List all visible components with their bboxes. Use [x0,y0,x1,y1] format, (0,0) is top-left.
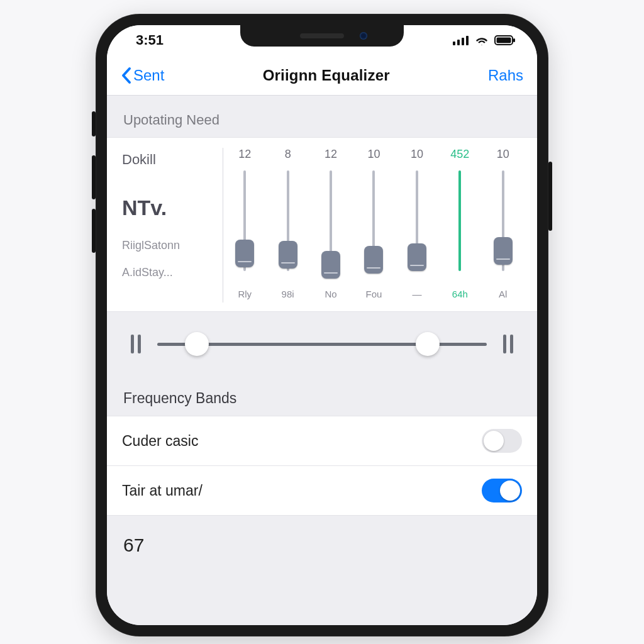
eq-band-slider[interactable] [352,164,395,284]
eq-label-nt: NTv. [122,196,216,220]
range-thumb-right[interactable] [416,332,440,356]
setting-label: Cuder casic [122,433,198,450]
eq-label-sub1: RiiglSatonn [122,239,216,252]
eq-band-value: 8 [285,148,291,164]
eq-band-label: Fou [366,289,382,303]
eq-band-label: 98i [282,289,294,303]
setting-toggle[interactable] [482,479,522,502]
toggle-knob [484,431,504,451]
phone-volume-down [92,209,96,253]
eq-band-value: 10 [367,148,380,164]
eq-band-5[interactable]: 45264h [438,148,481,303]
svg-rect-2 [462,38,464,45]
svg-rect-3 [466,36,469,45]
front-camera [360,32,367,40]
eq-band-1[interactable]: 898i [266,148,309,303]
notch [240,25,404,47]
setting-row-1: Tair at umar/ [107,465,537,516]
nav-bar: Sent Oriignn Equalizer Rahs [107,55,537,96]
eq-band-value: 12 [325,148,337,164]
back-button[interactable]: Sent [121,67,164,84]
battery-icon [494,35,516,45]
eq-knob[interactable] [321,251,340,279]
svg-rect-5 [497,38,511,43]
phone-power-button [548,162,552,231]
eq-band-6[interactable]: 10Al [482,148,525,303]
nav-action-button[interactable]: Rahs [488,67,523,84]
bottom-number: 67 [107,516,537,556]
eq-band-value: 10 [411,148,423,164]
cellular-icon [453,35,469,45]
range-max-icon [503,335,513,353]
range-slider[interactable] [157,343,487,346]
back-label: Sent [133,67,164,84]
equalizer-info: Dokill NTv. RiiglSatonn A.idStay... [122,148,216,303]
svg-rect-1 [457,40,460,45]
content: Upotating Need Dokill NTv. RiiglSatonn A… [107,96,537,625]
setting-row-0: Cuder casic [107,416,537,465]
eq-band-value: 12 [238,148,251,164]
eq-band-slider[interactable] [266,164,309,284]
eq-band-2[interactable]: 12No [309,148,352,303]
eq-knob[interactable] [364,246,383,274]
wifi-icon [474,35,489,45]
setting-toggle[interactable] [482,429,522,453]
stage: 3:51 [0,0,644,644]
phone-frame: 3:51 [96,14,548,636]
eq-knob[interactable] [235,240,254,267]
setting-label: Tair at umar/ [122,482,203,499]
eq-band-slider[interactable] [482,164,525,284]
page-title: Oriignn Equalizer [263,67,390,84]
eq-knob[interactable] [279,241,297,269]
equalizer-sliders: 12Rly898i12No10Fou10—45264h10Al [223,148,525,303]
speaker-grille [300,33,344,38]
range-slider-row [107,312,537,376]
eq-track [458,170,461,271]
eq-band-slider[interactable] [396,164,438,284]
status-icons [453,35,516,45]
eq-band-label: No [325,289,336,303]
screen: 3:51 [107,25,537,625]
eq-band-value: 10 [497,148,509,164]
status-time: 3:51 [136,32,164,48]
eq-band-slider[interactable] [309,164,352,284]
range-min-icon [131,335,141,353]
equalizer-card: Dokill NTv. RiiglSatonn A.idStay... 12Rl… [107,137,537,312]
eq-band-label: Al [499,289,507,303]
eq-knob[interactable] [494,237,513,265]
eq-label-sub2: A.idStay... [122,266,216,279]
eq-band-label: — [412,289,421,303]
eq-band-value: 452 [450,148,469,164]
eq-band-slider[interactable] [223,164,266,284]
chevron-left-icon [121,67,132,84]
phone-mute-switch [92,111,96,136]
eq-band-label: 64h [452,289,468,303]
toggle-knob [500,480,520,501]
section-header: Upotating Need [107,96,537,137]
eq-band-3[interactable]: 10Fou [352,148,395,303]
range-thumb-left[interactable] [185,332,209,356]
eq-label-dokill: Dokill [122,152,216,168]
eq-band-label: Rly [238,289,252,303]
eq-band-0[interactable]: 12Rly [223,148,266,303]
eq-knob[interactable] [408,243,426,271]
eq-band-4[interactable]: 10— [396,148,438,303]
svg-rect-0 [453,42,455,45]
list-header: Frequency Bands [107,376,537,416]
phone-volume-up [92,155,96,199]
svg-rect-6 [513,38,515,42]
eq-band-slider[interactable] [438,164,481,284]
